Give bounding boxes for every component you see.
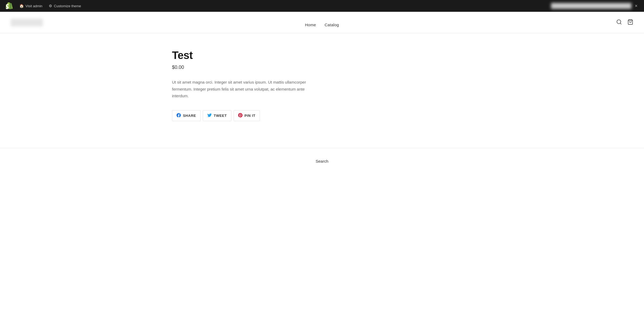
store-header: Home Catalog bbox=[0, 12, 644, 33]
main-content: Test $0.00 Ut sit amet magna orci. Integ… bbox=[161, 33, 483, 148]
footer-search-link[interactable]: Search bbox=[316, 159, 328, 163]
twitter-icon bbox=[207, 113, 212, 118]
nav-item-catalog[interactable]: Catalog bbox=[325, 23, 339, 27]
admin-bar-right: ████████████████████████████████ × bbox=[551, 2, 639, 9]
product-description: Ut sit amet magna orci. Integer sit amet… bbox=[172, 79, 311, 99]
product-price: $0.00 bbox=[172, 65, 472, 70]
admin-bar: 🏠 Visit admin ⚙ Customize theme ████████… bbox=[0, 0, 644, 12]
visit-admin-link[interactable]: 🏠 Visit admin bbox=[19, 4, 42, 8]
search-icon[interactable] bbox=[616, 19, 622, 26]
close-button[interactable]: × bbox=[634, 2, 639, 9]
pin-label: PIN IT bbox=[245, 114, 256, 118]
shopify-logo-icon bbox=[5, 2, 13, 10]
tweet-button[interactable]: TWEET bbox=[203, 110, 231, 121]
shopify-logo[interactable] bbox=[5, 2, 13, 10]
share-button[interactable]: SHARE bbox=[172, 110, 201, 121]
customize-theme-label: Customize theme bbox=[54, 4, 81, 8]
social-buttons: SHARE TWEET PIN IT bbox=[172, 110, 472, 121]
facebook-icon bbox=[177, 113, 181, 118]
store-logo bbox=[11, 18, 43, 27]
nav-link-catalog[interactable]: Catalog bbox=[325, 23, 339, 27]
svg-line-1 bbox=[620, 23, 621, 24]
customize-theme-link[interactable]: ⚙ Customize theme bbox=[49, 4, 81, 8]
pin-button[interactable]: PIN IT bbox=[234, 110, 260, 121]
store-footer: Search bbox=[0, 148, 644, 174]
home-icon: 🏠 bbox=[19, 4, 24, 8]
share-label: SHARE bbox=[183, 114, 196, 118]
nav-item-home[interactable]: Home bbox=[305, 23, 316, 27]
header-icons bbox=[616, 19, 633, 26]
visit-admin-label: Visit admin bbox=[25, 4, 42, 8]
tweet-label: TWEET bbox=[214, 114, 227, 118]
nav-link-home[interactable]: Home bbox=[305, 23, 316, 27]
cart-icon[interactable] bbox=[627, 19, 633, 26]
pinterest-icon bbox=[238, 113, 242, 118]
url-bar: ████████████████████████████████ bbox=[551, 3, 631, 9]
product-title: Test bbox=[172, 49, 472, 61]
gear-icon: ⚙ bbox=[49, 4, 52, 8]
